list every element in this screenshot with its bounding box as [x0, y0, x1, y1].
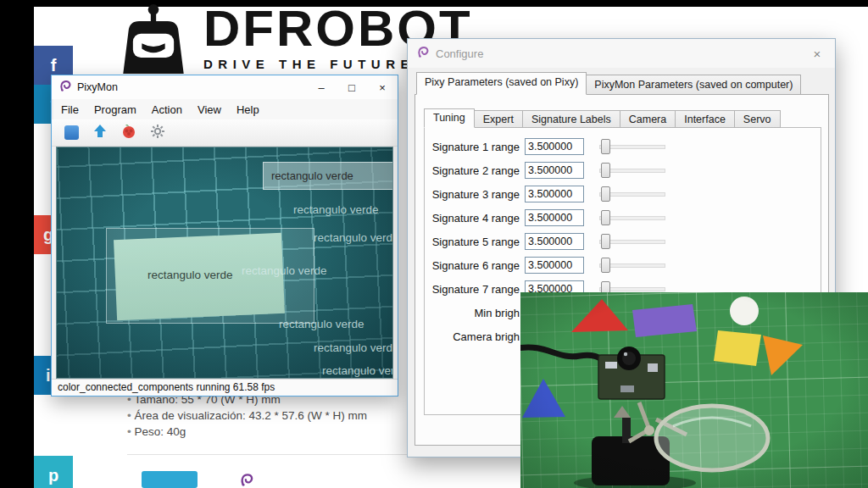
- configure-window-title: Configure: [436, 47, 483, 60]
- param-label: Signature 6 range: [425, 259, 520, 272]
- upload-icon[interactable]: [92, 124, 108, 142]
- menu-file[interactable]: File: [53, 103, 86, 116]
- tab-servo[interactable]: Servo: [734, 110, 781, 128]
- param-label: Signature 5 range: [425, 236, 520, 248]
- section-tabs: TuningExpertSignature LabelsCameraInterf…: [424, 108, 780, 128]
- settings-gear-icon[interactable]: [150, 124, 165, 142]
- param-label: Signature 3 range: [425, 188, 520, 201]
- param-value-input[interactable]: [525, 257, 584, 274]
- param-slider[interactable]: [599, 162, 665, 179]
- raspberry-icon[interactable]: [121, 124, 136, 142]
- param-label: Signature 2 range: [425, 164, 520, 177]
- param-value-input[interactable]: [525, 233, 584, 250]
- parameter-tabs: Pixy Parameters (saved on Pixy)PixyMon P…: [416, 72, 800, 95]
- stop-icon[interactable]: [64, 125, 79, 140]
- configure-titlebar[interactable]: Configure ×: [408, 39, 835, 68]
- minimize-button[interactable]: –: [306, 75, 337, 99]
- detection-label: rectangulo verde: [293, 203, 379, 216]
- param-value-input[interactable]: [525, 138, 584, 155]
- slider-handle[interactable]: [601, 186, 610, 202]
- tab-camera[interactable]: Camera: [620, 110, 676, 128]
- param-value-input[interactable]: [525, 209, 584, 226]
- param-row: Signature 4 range: [425, 209, 821, 226]
- param-label: Min brigh: [425, 307, 520, 319]
- page-action-button[interactable]: [142, 471, 198, 488]
- pixymon-video: rectangulo verde rectangulo verde rectan…: [56, 147, 393, 379]
- desktop: ftg+inp DFROBOT DRIVE THE FUTURE Tamaño:…: [0, 0, 868, 488]
- detection-label: rectangulo verde: [322, 364, 393, 377]
- menu-program[interactable]: Program: [86, 103, 144, 116]
- slider-handle[interactable]: [601, 210, 610, 225]
- slider-handle[interactable]: [601, 163, 610, 178]
- brand-name-df: DF: [203, 0, 276, 57]
- menu-action[interactable]: Action: [144, 103, 190, 116]
- detection-label: rectangulo verde: [314, 341, 393, 354]
- letterbox-left-bar: [0, 0, 34, 488]
- pixymon-titlebar[interactable]: PixyMon – □ ×: [52, 75, 398, 99]
- pixymon-menubar: FileProgramActionViewHelp: [53, 99, 398, 119]
- slider-handle[interactable]: [601, 139, 610, 154]
- maximize-button[interactable]: □: [337, 75, 367, 99]
- slider-handle[interactable]: [601, 258, 610, 273]
- param-label: Camera brigh: [425, 330, 520, 343]
- close-button[interactable]: ×: [367, 75, 398, 99]
- close-button[interactable]: ×: [799, 39, 835, 68]
- param-slider[interactable]: [599, 186, 665, 202]
- param-row: Signature 3 range: [425, 186, 821, 202]
- param-value-input[interactable]: [525, 162, 584, 179]
- pixymon-statusbar: color_connected_components running 61.58…: [52, 379, 398, 396]
- facebook-icon: f: [51, 56, 57, 75]
- param-slider[interactable]: [599, 257, 665, 274]
- param-label: Signature 1 range: [425, 141, 520, 153]
- detection-label-boxed: rectangulo verde: [263, 162, 393, 190]
- pinterest-button[interactable]: p: [34, 456, 73, 488]
- photo-vignette: [520, 292, 868, 488]
- param-slider[interactable]: [599, 209, 665, 226]
- detection-label: rectangulo verde: [279, 318, 364, 330]
- pixymon-app-icon: [58, 79, 72, 96]
- slider-handle[interactable]: [601, 234, 610, 249]
- tab-expert[interactable]: Expert: [474, 110, 523, 128]
- camera-photo-overlay: [520, 292, 868, 488]
- pixymon-toolbar: [52, 119, 398, 147]
- param-row: Signature 2 range: [425, 162, 821, 179]
- tab-signature-labels[interactable]: Signature Labels: [522, 110, 620, 128]
- param-row: Signature 1 range: [425, 138, 821, 155]
- pixy-product-icon: [239, 472, 254, 487]
- menu-help[interactable]: Help: [229, 103, 267, 116]
- tab-interface[interactable]: Interface: [675, 110, 735, 128]
- configure-app-icon: [416, 45, 430, 62]
- tab-pixy-parameters-saved-on-pixy-[interactable]: Pixy Parameters (saved on Pixy): [416, 72, 587, 95]
- pixymon-window-title: PixyMon: [77, 81, 118, 93]
- param-label: Signature 7 range: [425, 283, 520, 296]
- detection-label: rectangulo verde: [242, 264, 327, 277]
- param-slider[interactable]: [599, 233, 665, 250]
- param-value-input[interactable]: [525, 186, 584, 202]
- window-controls: – □ ×: [306, 75, 398, 99]
- dfrobot-robot-logo-icon: [108, 3, 198, 75]
- param-label: Signature 4 range: [425, 212, 520, 225]
- pinterest-icon: p: [48, 466, 58, 485]
- detection-label-object: rectangulo verde: [147, 269, 233, 281]
- menu-view[interactable]: View: [190, 103, 229, 116]
- param-row: Signature 6 range: [425, 257, 821, 274]
- param-slider[interactable]: [599, 138, 665, 155]
- tab-tuning[interactable]: Tuning: [424, 108, 475, 128]
- param-row: Signature 5 range: [425, 233, 821, 250]
- pixymon-window: PixyMon – □ × FileProgramActionViewHelp: [51, 75, 398, 396]
- detection-label: rectangulo verde: [314, 231, 393, 244]
- tab-pixymon-parameters-saved-on-computer-[interactable]: PixyMon Parameters (saved on computer): [586, 75, 801, 95]
